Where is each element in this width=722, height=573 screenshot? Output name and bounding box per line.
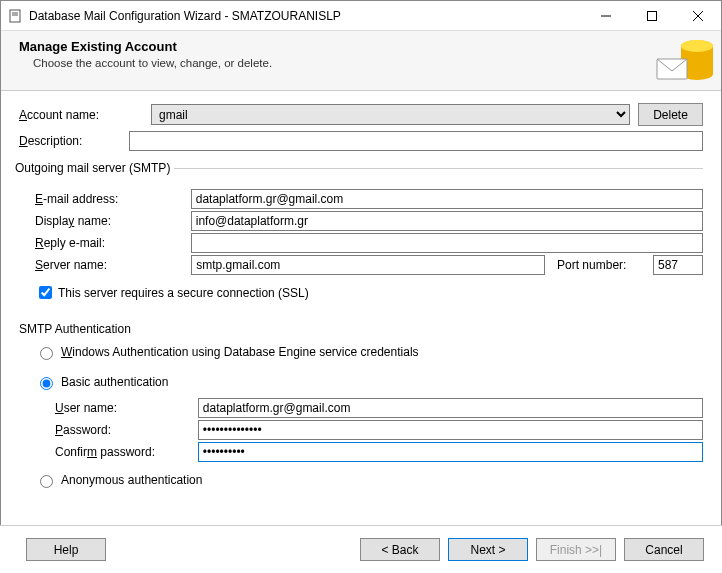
help-button[interactable]: Help <box>26 538 106 561</box>
username-label: User name: <box>55 401 198 415</box>
display-name-input[interactable] <box>191 211 703 231</box>
description-label: Description: <box>19 134 129 148</box>
minimize-button[interactable] <box>583 1 629 30</box>
page-subtitle: Choose the account to view, change, or d… <box>33 57 721 69</box>
maximize-button[interactable] <box>629 1 675 30</box>
windows-auth-radio[interactable] <box>40 347 53 360</box>
server-name-input[interactable] <box>191 255 545 275</box>
email-input[interactable] <box>191 189 703 209</box>
account-name-label: Account name: <box>19 108 151 122</box>
smtp-group: Outgoing mail server (SMTP) E-mail addre… <box>19 161 703 310</box>
window-title: Database Mail Configuration Wizard - SMA… <box>29 9 583 23</box>
port-number-label: Port number: <box>557 258 643 272</box>
reply-email-label: Reply e-mail: <box>35 236 191 250</box>
svg-rect-0 <box>10 10 20 22</box>
finish-button: Finish >>| <box>536 538 616 561</box>
ssl-label: This server requires a secure connection… <box>58 286 309 300</box>
next-button[interactable]: Next > <box>448 538 528 561</box>
reply-email-input[interactable] <box>191 233 703 253</box>
smtp-auth-label: SMTP Authentication <box>19 322 703 336</box>
confirm-password-label: Confirm password: <box>55 445 198 459</box>
display-name-label: Display name: <box>35 214 191 228</box>
port-number-input[interactable] <box>653 255 703 275</box>
confirm-password-input[interactable] <box>198 442 703 462</box>
app-icon <box>7 8 23 24</box>
basic-auth-label: Basic authentication <box>61 375 168 389</box>
close-button[interactable] <box>675 1 721 30</box>
svg-rect-4 <box>648 11 657 20</box>
wizard-footer: Help < Back Next > Finish >>| Cancel <box>0 525 722 573</box>
mail-wizard-icon <box>653 31 721 89</box>
back-button[interactable]: < Back <box>360 538 440 561</box>
page-title: Manage Existing Account <box>19 39 721 54</box>
smtp-legend: Outgoing mail server (SMTP) <box>15 161 174 175</box>
password-label: Password: <box>55 423 198 437</box>
ssl-checkbox[interactable] <box>39 286 52 299</box>
title-bar: Database Mail Configuration Wizard - SMA… <box>1 1 721 31</box>
svg-point-8 <box>681 40 713 52</box>
basic-auth-radio[interactable] <box>40 377 53 390</box>
windows-auth-label: Windows Authentication using Database En… <box>61 345 419 359</box>
anonymous-auth-label: Anonymous authentication <box>61 473 202 487</box>
wizard-header: Manage Existing Account Choose the accou… <box>1 31 721 91</box>
email-label: E-mail address: <box>35 192 191 206</box>
window-controls <box>583 1 721 30</box>
description-input[interactable] <box>129 131 703 151</box>
account-name-select[interactable]: gmail <box>151 104 630 125</box>
anonymous-auth-radio[interactable] <box>40 475 53 488</box>
wizard-body: Account name: gmail Delete Description: … <box>1 91 721 502</box>
server-name-label: Server name: <box>35 258 191 272</box>
username-input[interactable] <box>198 398 703 418</box>
delete-button[interactable]: Delete <box>638 103 703 126</box>
cancel-button[interactable]: Cancel <box>624 538 704 561</box>
password-input[interactable] <box>198 420 703 440</box>
